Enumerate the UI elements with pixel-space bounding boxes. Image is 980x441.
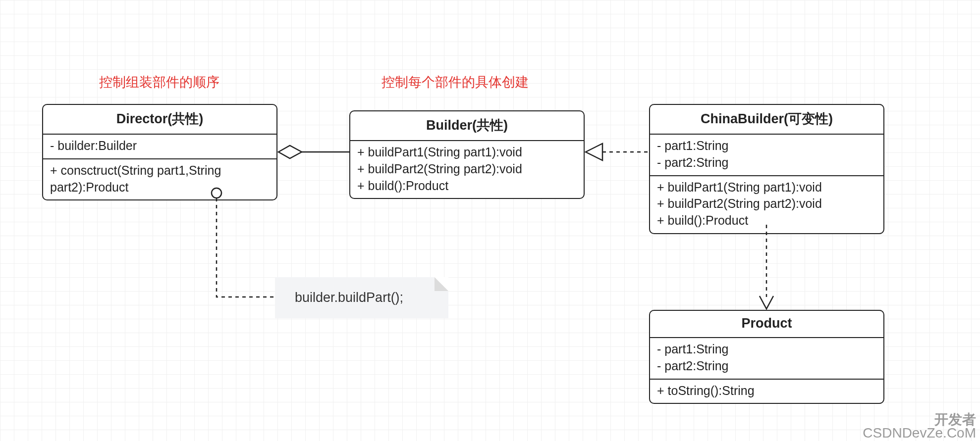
class-product: Product - part1:String - part2:String + … <box>649 310 884 404</box>
svg-marker-3 <box>586 144 602 160</box>
china-builder-title: ChinaBuilder(可变性) <box>650 105 883 135</box>
builder-op2: + buildPart2(String part2):void <box>357 161 577 178</box>
director-title: Director(共性) <box>43 105 276 135</box>
china-builder-op1: + buildPart1(String part1):void <box>657 179 876 196</box>
annotation-director: 控制组装部件的顺序 <box>99 73 219 91</box>
annotation-builder: 控制每个部件的具体创建 <box>381 73 529 91</box>
china-builder-op3: + build():Product <box>657 212 876 229</box>
product-title: Product <box>650 311 883 338</box>
watermark-line2: CSDNDevZe.CoM <box>863 425 976 441</box>
china-builder-attr2: - part2:String <box>657 154 876 171</box>
china-builder-op2: + buildPart2(String part2):void <box>657 196 876 212</box>
edge-chinabuilder-product-dependency <box>760 225 773 309</box>
product-attributes: - part1:String - part2:String <box>650 338 883 380</box>
note-text: builder.buildPart(); <box>295 290 403 305</box>
builder-op1: + buildPart1(String part1):void <box>357 144 577 161</box>
edge-chinabuilder-builder-realization <box>586 144 649 160</box>
builder-operations: + buildPart1(String part1):void + buildP… <box>350 141 584 198</box>
product-op1: + toString():String <box>657 383 876 399</box>
director-attributes: - builder:Builder <box>43 135 276 159</box>
builder-title: Builder(共性) <box>350 111 584 141</box>
director-operations: + consctruct(String part1,String part2):… <box>43 159 276 200</box>
product-attr2: - part2:String <box>657 358 876 375</box>
product-attr1: - part1:String <box>657 341 876 358</box>
china-builder-attr1: - part1:String <box>657 138 876 154</box>
note-fold-icon <box>435 277 448 291</box>
edge-director-builder-aggregation <box>278 146 349 158</box>
china-builder-attributes: - part1:String - part2:String <box>650 135 883 176</box>
class-builder: Builder(共性) + buildPart1(String part1):v… <box>349 110 585 199</box>
edge-director-note-link <box>212 188 275 297</box>
china-builder-operations: + buildPart1(String part1):void + buildP… <box>650 176 883 233</box>
class-director: Director(共性) - builder:Builder + consctr… <box>42 104 277 200</box>
product-operations: + toString():String <box>650 380 883 403</box>
class-china-builder: ChinaBuilder(可变性) - part1:String - part2… <box>649 104 884 234</box>
builder-op3: + build():Product <box>357 178 577 195</box>
note-builder-call: builder.buildPart(); <box>275 277 448 318</box>
svg-marker-1 <box>278 146 302 158</box>
